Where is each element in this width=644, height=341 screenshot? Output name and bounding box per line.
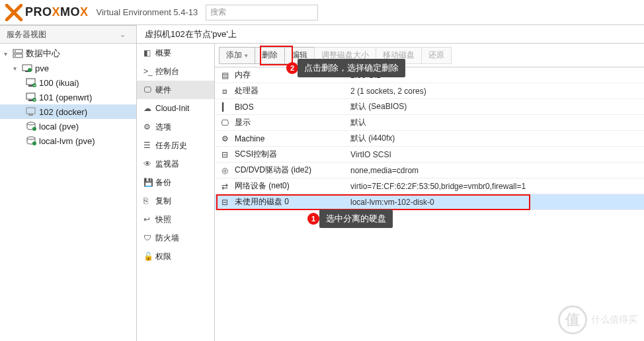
annotation-callout-2: 点击删除，选择确定删除: [298, 59, 405, 77]
lock-icon: 🔓: [143, 252, 155, 261]
hw-icon: ▎: [215, 102, 235, 112]
hardware-row[interactable]: ▤内存2.00 GiB: [215, 67, 644, 83]
sidemenu-firewall[interactable]: 🛡防火墙: [137, 229, 214, 247]
toolbar: 添加 删除 编辑 调整磁盘大小 移动磁盘 还原: [215, 44, 644, 67]
hardware-row[interactable]: ⇄网络设备 (net0)virtio=7E:CF:62:2F:53:50,bri…: [215, 178, 644, 194]
eye-icon: 👁: [143, 159, 155, 169]
vm-icon: [25, 106, 37, 117]
sidemenu-monitor[interactable]: 👁监视器: [137, 155, 214, 173]
add-button[interactable]: 添加: [219, 47, 255, 64]
tree-vm-101[interactable]: 101 (openwrt): [0, 90, 136, 104]
shield-icon: 🛡: [143, 233, 155, 243]
content-body: ◧概要 >_控制台 🖵硬件 ☁Cloud-Init ⚙选项 ☰任务历史 👁监视器…: [137, 44, 644, 341]
hardware-row[interactable]: ⊟未使用的磁盘 0local-lvm:vm-102-disk-0: [215, 194, 644, 210]
logo-icon: [5, 4, 22, 21]
hw-icon: ⧈: [215, 87, 235, 96]
tree-datacenter[interactable]: ▾ 数据中心: [0, 46, 136, 61]
sidemenu-replication[interactable]: ⎘复制: [137, 192, 214, 210]
tree-toggle-icon[interactable]: ▾: [4, 50, 12, 57]
app-header: PROXMOX Virtual Environment 5.4-13 搜索: [0, 0, 644, 25]
remove-button[interactable]: 删除: [255, 47, 285, 64]
sidemenu: ◧概要 >_控制台 🖵硬件 ☁Cloud-Init ⚙选项 ☰任务历史 👁监视器…: [137, 44, 215, 341]
svg-point-6: [28, 68, 32, 72]
svg-point-2: [15, 51, 16, 52]
hw-icon: ⊟: [215, 198, 235, 207]
hw-value: VirtIO SCSI: [350, 150, 644, 159]
hardware-row[interactable]: ◎CD/DVD驱动器 (ide2)none,media=cdrom: [215, 163, 644, 178]
terminal-icon: >_: [143, 67, 155, 76]
tree-label: pve: [35, 63, 49, 73]
svg-rect-8: [28, 85, 33, 87]
hardware-table: ▤内存2.00 GiB⧈处理器2 (1 sockets, 2 cores)▎BI…: [215, 67, 644, 341]
watermark-text: 什么值得买: [591, 314, 637, 326]
hardware-row[interactable]: ⚙Machine默认 (i440fx): [215, 131, 644, 147]
tree-node-pve[interactable]: ▾ pve: [0, 61, 136, 75]
chevron-down-icon[interactable]: ⌄: [116, 30, 130, 39]
storage-icon: [25, 135, 37, 146]
tree-toggle-icon[interactable]: ▾: [13, 65, 21, 72]
tree-vm-100[interactable]: 100 (ikuai): [0, 75, 136, 90]
hw-icon: ⇄: [215, 182, 235, 191]
header-title: Virtual Environment 5.4-13: [97, 7, 198, 17]
left-panel-title: 服务器视图: [7, 29, 46, 40]
monitor-icon: 🖵: [143, 85, 155, 95]
hw-value: 默认 (i440fx): [350, 133, 644, 144]
hw-label: Machine: [235, 134, 350, 143]
tree-label: local (pve): [39, 122, 79, 132]
sidemenu-taskhistory[interactable]: ☰任务历史: [137, 136, 214, 155]
hw-label: 未使用的磁盘 0: [235, 196, 350, 208]
sidemenu-backup[interactable]: 💾备份: [137, 173, 214, 192]
sidemenu-console[interactable]: >_控制台: [137, 62, 214, 81]
svg-rect-11: [28, 100, 33, 101]
vm-icon: [25, 77, 37, 88]
hardware-row[interactable]: 🖵显示默认: [215, 115, 644, 131]
svg-point-15: [27, 122, 35, 125]
cloud-icon: ☁: [143, 104, 155, 113]
sidemenu-snapshot[interactable]: ↩快照: [137, 210, 214, 229]
storage-icon: [25, 121, 37, 132]
hw-label: SCSI控制器: [235, 149, 350, 160]
node-icon: [21, 63, 33, 73]
svg-point-17: [27, 137, 35, 139]
tree-label: 数据中心: [26, 48, 60, 59]
tree-label: 102 (docker): [39, 107, 87, 117]
detail-panel: 添加 删除 编辑 调整磁盘大小 移动磁盘 还原 ▤内存2.00 GiB⧈处理器2…: [215, 44, 644, 341]
hardware-row[interactable]: ⊟SCSI控制器VirtIO SCSI: [215, 147, 644, 163]
hw-label: 处理器: [235, 85, 350, 96]
tree-vm-102[interactable]: 102 (docker): [0, 104, 136, 119]
svg-point-16: [32, 127, 36, 131]
hardware-row[interactable]: ▎BIOS默认 (SeaBIOS): [215, 99, 644, 115]
sidemenu-options[interactable]: ⚙选项: [137, 118, 214, 136]
svg-point-18: [32, 141, 36, 145]
sidemenu-cloudinit[interactable]: ☁Cloud-Init: [137, 99, 214, 118]
tree-storage-lvm[interactable]: local-lvm (pve): [0, 133, 136, 148]
tree-label: 100 (ikuai): [39, 78, 79, 88]
hw-icon: ⚙: [215, 134, 235, 143]
tree-storage-local[interactable]: local (pve): [0, 119, 136, 133]
watermark: 值 什么值得买: [558, 305, 637, 334]
search-input[interactable]: 搜索: [206, 5, 318, 20]
sidemenu-permissions[interactable]: 🔓权限: [137, 247, 214, 266]
svg-rect-14: [28, 114, 33, 116]
hw-icon: ◎: [215, 166, 235, 175]
hw-label: CD/DVD驱动器 (ide2): [235, 165, 350, 176]
book-icon: ◧: [143, 48, 155, 57]
svg-point-9: [32, 83, 36, 87]
watermark-icon: 值: [558, 305, 587, 334]
hw-value: local-lvm:vm-102-disk-0: [350, 198, 644, 207]
search-placeholder: 搜索: [210, 7, 226, 18]
svg-point-3: [15, 56, 16, 57]
annotation-badge-2: 2: [286, 62, 298, 74]
hw-label: BIOS: [235, 102, 350, 112]
hw-icon: ⊟: [215, 150, 235, 159]
main: 服务器视图 ⌄ ▾ 数据中心 ▾ pve 100 (ikuai) 101 (op…: [0, 25, 644, 341]
sidemenu-summary[interactable]: ◧概要: [137, 44, 214, 62]
hw-icon: 🖵: [215, 118, 235, 128]
content-title: 虚拟机102在节点'pve'上: [145, 28, 237, 40]
server-icon: [12, 48, 24, 59]
hardware-row[interactable]: ⧈处理器2 (1 sockets, 2 cores): [215, 83, 644, 99]
revert-button[interactable]: 还原: [421, 47, 452, 64]
hw-value: 默认: [350, 117, 644, 128]
tree-label: local-lvm (pve): [39, 136, 95, 146]
sidemenu-hardware[interactable]: 🖵硬件: [137, 81, 214, 99]
